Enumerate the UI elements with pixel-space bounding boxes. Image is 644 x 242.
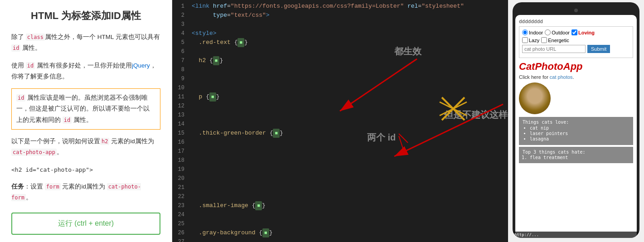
app-content: dddddddd Indoor Outdoor [515, 15, 637, 169]
code-line-15: 15 .thick-green-border {■} [172, 129, 508, 138]
code-line-13: 13 [172, 111, 508, 120]
code-line-21: 21 [172, 183, 508, 192]
code-line-16: 16 [172, 138, 508, 147]
url-row: Submit [522, 45, 630, 53]
code-line-19: 19 [172, 165, 508, 174]
page-title: HTML 为标签添加ID属性 [11, 9, 160, 23]
highlight-box: id 属性应该是唯一的。虽然浏览器不会强制唯一，但这是被广泛认可的。所以请不要给… [11, 88, 160, 130]
code-line-27: 27 [172, 237, 508, 242]
status-bar: http://... [515, 232, 637, 238]
code-line-25: 25 [172, 219, 508, 228]
code-line-26: 26 .gray-background {■} [172, 228, 508, 237]
code-editor: 1 <link href="https://fonts.googleapis.c… [172, 0, 508, 242]
code-line-4: 4 <style> [172, 29, 508, 38]
code-line-12: 12 [172, 102, 508, 111]
code-panel: 1 <link href="https://fonts.googleapis.c… [172, 0, 508, 242]
para3: 以下是一个例子，说明如何设置h2 元素的id属性为cat-photo-app。 [11, 136, 160, 158]
radio-row: Indoor Outdoor Loving [522, 29, 630, 35]
code-line-22: 22 [172, 192, 508, 201]
outdoor-radio: Outdoor [545, 29, 570, 35]
code-line-1: 1 <link href="https://fonts.googleapis.c… [172, 2, 508, 11]
love-item-1: cat nip [530, 126, 629, 131]
outdoor-input[interactable] [545, 29, 551, 35]
hate-list: flea treatment [523, 155, 629, 160]
code-line-2: 2 type="text/css"> [172, 11, 508, 20]
id-code4: id [63, 116, 72, 124]
code-line-17: 17 [172, 147, 508, 156]
example-code: <h2 id="cat-photo-app"> [11, 165, 160, 175]
id-code3: id [16, 94, 25, 102]
para1: 除了 class属性之外，每一个 HTML 元素也可以具有 id 属性。 [11, 32, 160, 54]
love-item-3: lasagna [530, 136, 629, 141]
highlight-text: id 属性应该是唯一的。虽然浏览器不会强制唯一，但这是被广泛认可的。所以请不要给… [16, 94, 150, 123]
code-line-18: 18 [172, 156, 508, 165]
form-code: form [45, 183, 61, 190]
form-id-code: cat-photo-form [11, 183, 141, 201]
indoor-input[interactable] [522, 29, 528, 35]
cat-image [519, 82, 551, 114]
jquery-link: jQuery [132, 62, 150, 69]
love-item-2: laser pointers [530, 131, 629, 136]
phone-camera [574, 9, 578, 12]
code-line-11: 11 p {■} [172, 92, 508, 102]
phone-frame: dddddddd Indoor Outdoor [513, 2, 639, 238]
left-panel: HTML 为标签添加ID属性 除了 class属性之外，每一个 HTML 元素也… [0, 0, 172, 242]
code-line-24: 24 [172, 210, 508, 219]
code-line-6: 6 [172, 47, 508, 56]
right-panel: dddddddd Indoor Outdoor [508, 0, 644, 242]
love-list-title: Things cats love: [523, 120, 629, 125]
phone-top-bar [515, 7, 637, 14]
love-list: cat nip laser pointers lasagna [523, 126, 629, 141]
hate-item-1: flea treatment [530, 155, 629, 160]
checkbox-row: Lazy Energetic [522, 37, 630, 43]
loving-checkbox: Loving [571, 29, 595, 35]
code-line-14: 14 [172, 120, 508, 129]
code-line-8: 8 [172, 65, 508, 74]
code-line-10: 10 [172, 83, 508, 92]
lazy-checkbox: Lazy [522, 37, 539, 43]
lazy-input[interactable] [522, 37, 528, 43]
cat-photos-link[interactable]: cat photos [550, 74, 573, 80]
class-code: class [26, 34, 45, 41]
submit-button[interactable]: Submit [587, 45, 610, 53]
app-description: Click here for cat photos. [519, 74, 633, 80]
cat-photo-app-code: cat-photo-app [11, 149, 57, 156]
things-cats-hate: Top 3 things cats hate: flea treatment [519, 147, 633, 163]
id-code2: id [26, 62, 35, 69]
code-line-20: 20 [172, 174, 508, 183]
code-line-23: 23 .smaller-image {■} [172, 201, 508, 210]
phone-screen: dddddddd Indoor Outdoor [515, 15, 637, 238]
code-line-5: 5 .red-text {■} [172, 38, 508, 47]
energetic-input[interactable] [541, 37, 547, 43]
indoor-radio: Indoor [522, 29, 543, 35]
hate-list-title: Top 3 things cats hate: [523, 150, 629, 155]
dddd-div: dddddddd [519, 19, 633, 24]
form-preview: Indoor Outdoor Loving [519, 26, 633, 58]
task-text: 任务：设置 form 元素的id属性为 cat-photo-form。 [11, 181, 160, 203]
id-code: id [11, 44, 20, 52]
run-button[interactable]: 运行 (ctrl + enter) [11, 213, 160, 235]
code-line-7: 7 h2 {■} [172, 56, 508, 65]
loving-input[interactable] [571, 29, 577, 35]
para2: 使用 id 属性有很多好处，一旦你开始使用jQuery，你将了解更多信息。 [11, 60, 160, 82]
url-input[interactable] [522, 45, 586, 53]
app-title: CatPhotoApp [519, 61, 633, 73]
things-cats-love: Things cats love: cat nip laser pointers… [519, 117, 633, 145]
code-line-3: 3 [172, 20, 508, 29]
h2-code: h2 [100, 138, 109, 145]
energetic-checkbox: Energetic [541, 37, 569, 43]
code-line-9: 9 [172, 74, 508, 83]
cat-circle-img [519, 82, 551, 114]
